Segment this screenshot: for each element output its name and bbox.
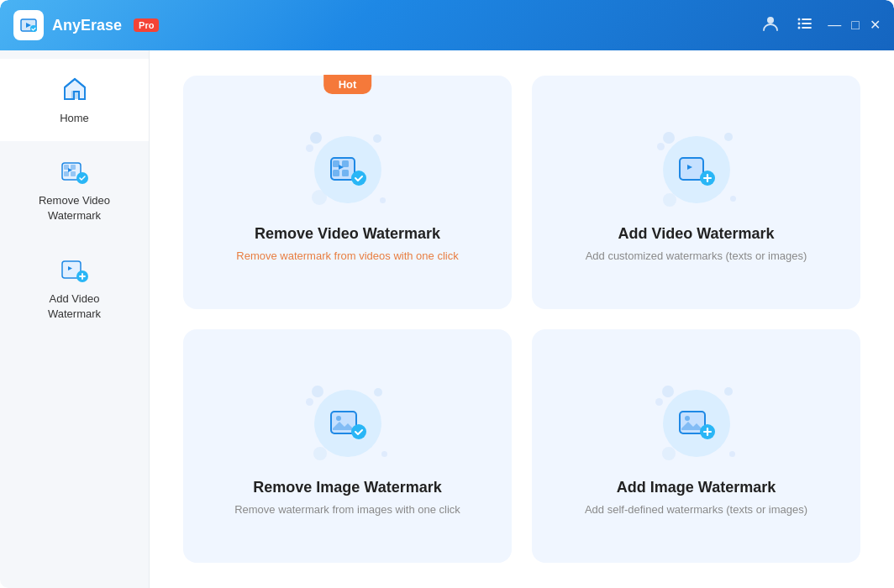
icon-hex: [663, 390, 730, 457]
sidebar-item-home[interactable]: Home: [0, 59, 149, 141]
remove-image-card-desc: Remove watermark from images with one cl…: [234, 503, 460, 516]
svg-rect-20: [333, 160, 339, 167]
bubble: [724, 133, 733, 141]
bubble: [312, 386, 323, 397]
svg-point-28: [336, 416, 341, 421]
svg-point-4: [798, 18, 801, 20]
close-button[interactable]: ✕: [870, 18, 881, 32]
main-layout: Home Remove VideoWatermark: [0, 50, 894, 588]
svg-rect-23: [342, 170, 349, 176]
sidebar-item-remove-video-label: Remove VideoWatermark: [39, 193, 110, 223]
add-video-watermark-card[interactable]: Add Video Watermark Add customized water…: [532, 76, 860, 309]
bubble: [373, 134, 381, 143]
svg-rect-22: [333, 170, 339, 176]
bubble: [657, 143, 665, 150]
remove-image-icon-container: [302, 381, 394, 465]
title-bar-right: — □ ✕: [760, 13, 881, 38]
menu-icon[interactable]: [794, 13, 814, 38]
title-bar: AnyErase Pro — □ ✕: [0, 0, 894, 50]
remove-image-watermark-card[interactable]: Remove Image Watermark Remove watermark …: [183, 329, 512, 563]
app-logo: [13, 10, 44, 40]
svg-rect-15: [71, 171, 76, 176]
remove-video-icon-container: [302, 128, 394, 212]
add-video-icon: [60, 255, 90, 285]
sidebar-item-add-video[interactable]: Add VideoWatermark: [0, 239, 149, 337]
sidebar-item-add-video-label: Add VideoWatermark: [48, 291, 101, 322]
bubble: [381, 451, 387, 457]
pro-badge: Pro: [134, 18, 159, 32]
remove-video-icon: [60, 156, 90, 186]
window-controls: — □ ✕: [828, 18, 881, 32]
sidebar-item-home-label: Home: [60, 111, 89, 126]
add-image-icon-container: [650, 381, 743, 465]
sidebar-item-remove-video[interactable]: Remove VideoWatermark: [0, 141, 149, 239]
bubble: [730, 196, 736, 202]
remove-video-watermark-card[interactable]: Hot: [183, 76, 512, 309]
remove-video-card-title: Remove Video Watermark: [255, 225, 440, 243]
svg-point-2: [30, 25, 37, 32]
svg-point-6: [798, 26, 801, 29]
bubble: [662, 386, 674, 397]
bubble: [724, 387, 733, 396]
svg-rect-25: [680, 158, 703, 180]
home-icon: [60, 74, 90, 104]
bubble: [729, 451, 735, 457]
title-bar-left: AnyErase Pro: [13, 10, 159, 40]
svg-point-31: [685, 416, 690, 421]
bubble: [306, 144, 313, 152]
add-video-card-desc: Add customized watermarks (texts or imag…: [586, 249, 807, 262]
add-video-icon-container: [650, 128, 743, 212]
bubble: [380, 197, 386, 203]
app-name: AnyErase: [52, 17, 122, 34]
bubble: [655, 398, 663, 406]
user-icon[interactable]: [760, 13, 781, 38]
bubble: [374, 388, 382, 396]
svg-rect-13: [71, 165, 76, 170]
icon-hex: [314, 390, 381, 457]
hot-badge: Hot: [323, 75, 372, 94]
svg-rect-10: [71, 91, 78, 99]
sidebar: Home Remove VideoWatermark: [0, 50, 150, 588]
add-image-card-desc: Add self-defined watermarks (texts or im…: [585, 503, 807, 516]
icon-hex: [663, 136, 730, 203]
svg-point-5: [798, 22, 801, 24]
content-area: Hot: [150, 50, 894, 588]
svg-rect-21: [342, 160, 349, 167]
bubble: [306, 398, 313, 406]
minimize-button[interactable]: —: [828, 18, 841, 32]
icon-hex: [314, 136, 381, 203]
svg-point-24: [351, 171, 366, 186]
add-image-card-title: Add Image Watermark: [617, 479, 776, 496]
add-image-watermark-card[interactable]: Add Image Watermark Add self-defined wat…: [532, 329, 860, 563]
bubble: [310, 132, 322, 144]
svg-point-3: [767, 17, 774, 24]
bubble: [663, 132, 675, 144]
remove-video-card-desc: Remove watermark from videos with one cl…: [236, 249, 458, 262]
remove-image-card-title: Remove Image Watermark: [253, 479, 441, 496]
svg-point-29: [351, 424, 366, 439]
bubble: [662, 447, 676, 460]
bubble: [313, 447, 327, 460]
add-video-card-title: Add Video Watermark: [618, 225, 774, 243]
maximize-button[interactable]: □: [851, 18, 860, 32]
